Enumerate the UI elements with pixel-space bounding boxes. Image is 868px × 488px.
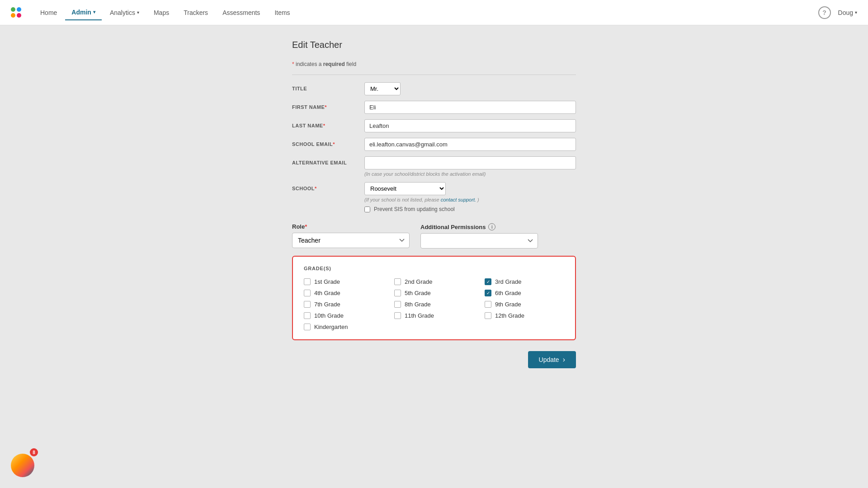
grade-item: 12th Grade: [485, 312, 575, 319]
contact-support-link[interactable]: contact support.: [441, 197, 476, 202]
grade-item: 5th Grade: [394, 290, 485, 296]
grade-label: 6th Grade: [495, 290, 521, 296]
title-select[interactable]: Mr. Mrs. Ms. Dr.: [364, 82, 401, 95]
grade-label: 12th Grade: [495, 312, 524, 319]
page-title: Edit Teacher: [292, 40, 576, 50]
grade-item: 11th Grade: [394, 312, 485, 319]
grade-label: 5th Grade: [405, 290, 431, 296]
nav-items[interactable]: Items: [268, 5, 296, 20]
form-actions: Update ›: [292, 351, 576, 368]
user-chevron-icon: ▾: [855, 10, 857, 15]
grade-label: 2nd Grade: [405, 278, 432, 285]
admin-chevron-icon: ▾: [93, 9, 95, 14]
grade-item: 9th Grade: [485, 301, 575, 308]
nav-assessments[interactable]: Assessments: [216, 5, 266, 20]
alt-email-hint: (In case your school/district blocks the…: [364, 171, 576, 177]
form-divider: [292, 75, 576, 75]
app-logo[interactable]: [11, 7, 21, 18]
role-permissions-row: Role* Teacher Admin Student Additional P…: [292, 223, 576, 249]
nav-analytics[interactable]: Analytics ▾: [104, 5, 146, 20]
grade-checkbox-11th-grade[interactable]: [394, 312, 401, 319]
bottom-widget[interactable]: 8: [11, 448, 40, 477]
grade-item: 1st Grade: [304, 278, 394, 285]
update-button[interactable]: Update ›: [528, 351, 576, 368]
grades-grid: 1st Grade2nd Grade3rd Grade4th Grade5th …: [304, 278, 564, 330]
user-menu[interactable]: Doug ▾: [838, 9, 857, 16]
alt-email-input[interactable]: [364, 156, 576, 169]
navbar: Home Admin ▾ Analytics ▾ Maps Trackers A…: [0, 0, 868, 25]
help-button[interactable]: ?: [818, 6, 831, 19]
grade-checkbox-2nd-grade[interactable]: [394, 278, 401, 285]
alt-email-row: ALTERNATIVE EMAIL (In case your school/d…: [292, 156, 576, 177]
first-name-label: FIRST NAME*: [292, 101, 364, 110]
grade-label: 1st Grade: [314, 278, 340, 285]
main-content: Edit Teacher * indicates a required fiel…: [285, 25, 583, 383]
role-section: Role* Teacher Admin Student Additional P…: [292, 223, 576, 249]
grade-checkbox-8th-grade[interactable]: [394, 301, 401, 308]
school-email-input[interactable]: [364, 138, 576, 151]
sis-checkbox-label: Prevent SIS from updating school: [374, 206, 455, 212]
last-name-control: [364, 119, 576, 132]
grade-checkbox-3rd-grade[interactable]: [485, 278, 491, 285]
role-label: Role*: [292, 223, 410, 230]
grade-label: Kindergarten: [314, 324, 348, 330]
grade-item: 6th Grade: [485, 290, 575, 296]
grade-checkbox-6th-grade[interactable]: [485, 290, 491, 296]
permissions-label: Additional Permissions i: [420, 223, 538, 230]
update-arrow-icon: ›: [563, 356, 565, 364]
nav-trackers[interactable]: Trackers: [177, 5, 214, 20]
title-row: TITLE Mr. Mrs. Ms. Dr.: [292, 82, 576, 95]
grades-header: GRADE(S): [304, 266, 564, 271]
widget-badge: 8: [30, 448, 38, 456]
permissions-select[interactable]: [420, 233, 538, 249]
grade-checkbox-7th-grade[interactable]: [304, 301, 311, 308]
school-email-row: SCHOOL EMAIL*: [292, 138, 576, 151]
alt-email-control: (In case your school/district blocks the…: [364, 156, 576, 177]
first-name-input[interactable]: [364, 101, 576, 114]
title-control: Mr. Mrs. Ms. Dr.: [364, 82, 576, 95]
permissions-group: Additional Permissions i: [420, 223, 538, 249]
grade-checkbox-5th-grade[interactable]: [394, 290, 401, 296]
last-name-row: LAST NAME*: [292, 119, 576, 132]
nav-right: ? Doug ▾: [818, 6, 857, 19]
grade-item: 7th Grade: [304, 301, 394, 308]
role-select[interactable]: Teacher Admin Student: [292, 233, 410, 248]
grade-checkbox-kindergarten[interactable]: [304, 324, 311, 330]
nav-home[interactable]: Home: [34, 5, 63, 20]
nav-items: Home Admin ▾ Analytics ▾ Maps Trackers A…: [34, 5, 818, 20]
grade-checkbox-10th-grade[interactable]: [304, 312, 311, 319]
analytics-chevron-icon: ▾: [137, 10, 139, 15]
sis-checkbox[interactable]: [364, 206, 370, 212]
school-hint: (If your school is not listed, please co…: [364, 197, 576, 202]
grade-checkbox-12th-grade[interactable]: [485, 312, 491, 319]
school-row: SCHOOL* Roosevelt (If your school is not…: [292, 182, 576, 212]
grade-checkbox-4th-grade[interactable]: [304, 290, 311, 296]
grade-label: 8th Grade: [405, 301, 431, 308]
first-name-row: FIRST NAME*: [292, 101, 576, 114]
grade-label: 3rd Grade: [495, 278, 522, 285]
grade-label: 4th Grade: [314, 290, 340, 296]
grades-section: GRADE(S) 1st Grade2nd Grade3rd Grade4th …: [292, 256, 576, 340]
school-email-label: SCHOOL EMAIL*: [292, 138, 364, 147]
grade-item: 10th Grade: [304, 312, 394, 319]
last-name-input[interactable]: [364, 119, 576, 132]
permissions-info-icon[interactable]: i: [488, 223, 495, 230]
grade-label: 9th Grade: [495, 301, 521, 308]
nav-maps[interactable]: Maps: [147, 5, 175, 20]
required-note: * indicates a required field: [292, 61, 576, 67]
grade-item: 2nd Grade: [394, 278, 485, 285]
grade-checkbox-9th-grade[interactable]: [485, 301, 491, 308]
widget-icon: [11, 454, 34, 477]
nav-admin[interactable]: Admin ▾: [65, 5, 102, 20]
grade-checkbox-1st-grade[interactable]: [304, 278, 311, 285]
school-label: SCHOOL*: [292, 182, 364, 191]
grade-item: 3rd Grade: [485, 278, 575, 285]
sis-checkbox-row: Prevent SIS from updating school: [364, 206, 576, 212]
grade-label: 11th Grade: [405, 312, 434, 319]
title-label: TITLE: [292, 82, 364, 91]
update-label: Update: [539, 356, 559, 363]
school-select[interactable]: Roosevelt: [364, 182, 446, 195]
role-group: Role* Teacher Admin Student: [292, 223, 410, 248]
grade-item: Kindergarten: [304, 324, 394, 330]
grade-item: 4th Grade: [304, 290, 394, 296]
